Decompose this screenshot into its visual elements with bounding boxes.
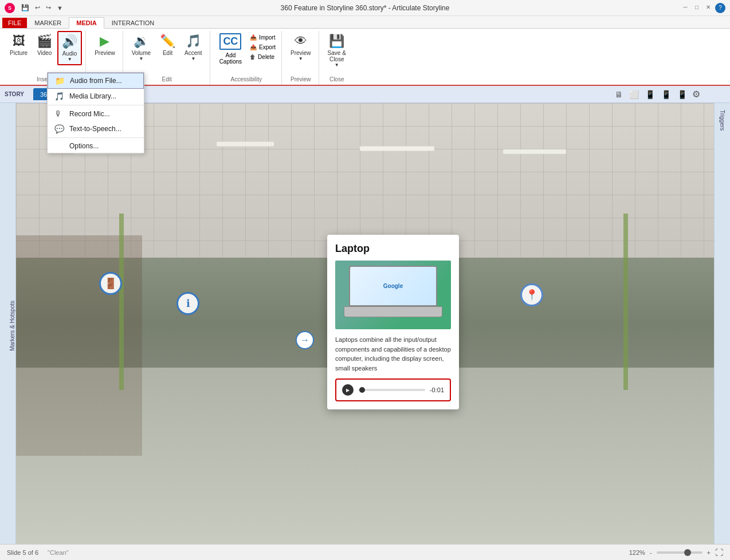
next-arrow-btn[interactable]: → [296, 331, 314, 349]
audio-from-file-item[interactable]: 📁 Audio from File... [48, 73, 144, 89]
play-button[interactable]: ▶ [342, 384, 354, 396]
captions-label: AddCaptions [219, 52, 242, 65]
captions-icon: CC [219, 33, 241, 50]
media-library-item[interactable]: 🎵 Media Library... [48, 89, 144, 104]
phone2-view-btn[interactable]: 📱 [675, 89, 689, 100]
undo-btn[interactable]: ↩ [33, 3, 42, 12]
accent-btn[interactable]: 🎵 Accent ▼ [180, 31, 206, 64]
story-nav: STORY [5, 91, 24, 97]
record-mic-label: Record Mic... [69, 110, 110, 118]
clean-badge: "Clean" [48, 549, 69, 556]
audio-dropdown-arrow: ▼ [68, 57, 72, 62]
phone-view-btn[interactable]: 📱 [659, 89, 673, 100]
ribbon-group-preview2: 👁 Preview ▼ Preview [283, 31, 319, 85]
preview2-btn[interactable]: 👁 Preview ▼ [286, 31, 315, 64]
minimize-btn[interactable]: ─ [681, 3, 690, 12]
audio-dropdown-menu: 📁 Audio from File... 🎵 Media Library... … [47, 72, 144, 153]
picture-btn[interactable]: 🖼 Picture [6, 31, 32, 59]
edit1-label: Edit [162, 75, 172, 85]
volume-icon: 🔉 [134, 34, 149, 49]
edit-audio-btn[interactable]: ✏️ Edit [156, 31, 179, 59]
tab-file[interactable]: FILE [2, 18, 27, 28]
audio-icon: 🔊 [62, 34, 77, 49]
close-group-label: Close [329, 75, 344, 85]
canvas-area: 🚪 ℹ 📍 → Laptop Google [16, 103, 714, 544]
redo-btn[interactable]: ↪ [44, 3, 53, 12]
main-area: Markers & Hotspots [0, 103, 730, 544]
qa-dropdown-btn[interactable]: ▼ [55, 4, 65, 12]
laptop-image-content: Google [344, 266, 442, 324]
export-label: Export [259, 44, 276, 50]
desktop-view-btn[interactable]: 🖥 [613, 89, 625, 100]
preview-btn[interactable]: ▶ Preview [91, 31, 119, 59]
title-bar: S 💾 ↩ ↪ ▼ 360 Feature in Storyline 360.s… [0, 0, 730, 16]
accessibility-btns: 📥 Import 📤 Export 🗑 Delete [248, 31, 278, 61]
video-btn[interactable]: 🎬 Video [33, 31, 56, 59]
status-left: Slide 5 of 6 "Clean" [7, 549, 69, 556]
edit-label: Edit [163, 50, 172, 56]
tts-label: Text-to-Speech... [69, 125, 121, 133]
import-icon: 📥 [250, 34, 257, 41]
popup-image: Google [335, 261, 451, 329]
save-close-icon: 💾 [329, 34, 344, 49]
left-sidebar[interactable]: Markers & Hotspots [0, 103, 16, 544]
save-close-btn[interactable]: 💾 Save &Close ▼ [324, 31, 350, 70]
media-library-icon: 🎵 [54, 92, 65, 101]
audio-file-label: Audio from File... [70, 77, 122, 85]
zoom-plus-btn[interactable]: + [707, 549, 711, 556]
app-logo: S [5, 3, 15, 13]
preview-icon: ▶ [100, 34, 109, 49]
close-btn[interactable]: ✕ [704, 3, 713, 12]
preview2-icon: 👁 [295, 34, 307, 49]
import-btn[interactable]: 📥 Import [248, 33, 278, 42]
delete-btn[interactable]: 🗑 Delete [248, 53, 278, 61]
hotspot-location[interactable]: 📍 [520, 283, 543, 306]
tablet-view-btn[interactable]: 📱 [643, 89, 657, 100]
insert-group-items: 🖼 Picture 🎬 Video 🔊 Audio ▼ [6, 31, 82, 75]
green-divider1 [119, 214, 124, 390]
right-sidebar[interactable]: Triggers [714, 103, 730, 544]
settings-btn[interactable]: ⚙ [691, 88, 701, 101]
help-btn[interactable]: ? [715, 3, 725, 13]
add-captions-btn[interactable]: CC AddCaptions [215, 31, 246, 67]
ribbon-group-close: 💾 Save &Close ▼ Close [320, 31, 354, 85]
story-label: STORY [5, 91, 24, 97]
hotspot-door[interactable]: 🚪 [99, 272, 122, 295]
zoom-level: 122% [629, 549, 645, 556]
volume-btn[interactable]: 🔉 Volume ▼ [128, 31, 155, 64]
audio-progress-bar[interactable] [358, 389, 425, 391]
maximize-btn[interactable]: □ [692, 3, 701, 12]
fit-window-btn[interactable]: ⛶ [715, 548, 723, 557]
hotspot-info[interactable]: ℹ [176, 292, 199, 315]
record-mic-item[interactable]: 🎙 Record Mic... [48, 107, 144, 121]
text-to-speech-item[interactable]: 💬 Text-to-Speech... [48, 121, 144, 136]
delete-label: Delete [258, 54, 274, 60]
picture-icon: 🖼 [13, 34, 25, 49]
window-controls: ─ □ ✕ ? [681, 3, 725, 13]
zoom-thumb[interactable] [684, 549, 691, 556]
window-view-btn[interactable]: ⬜ [627, 89, 641, 100]
close-items: 💾 Save &Close ▼ [324, 31, 350, 75]
tab-interaction[interactable]: INTERACTION [104, 17, 162, 28]
tts-icon: 💬 [54, 124, 65, 133]
audio-time: -0:01 [430, 387, 444, 393]
audio-btn[interactable]: 🔊 Audio ▼ [57, 31, 82, 65]
preview2-items: 👁 Preview ▼ [286, 31, 315, 75]
laptop-screen: Google [349, 266, 438, 306]
accent-arrow: ▼ [191, 56, 195, 61]
popup-title: Laptop [335, 243, 451, 255]
options-label: Options... [69, 142, 99, 150]
save-qa-btn[interactable]: 💾 [19, 3, 31, 12]
zoom-slider[interactable] [657, 551, 702, 554]
slide-info: Slide 5 of 6 [7, 549, 38, 556]
tab-marker[interactable]: MARKER [27, 17, 69, 28]
markers-hotspots-label: Markers & Hotspots [9, 298, 15, 353]
volume-label: Volume [132, 50, 151, 56]
title-bar-left: S 💾 ↩ ↪ ▼ [5, 3, 65, 13]
svg-rect-2 [217, 141, 274, 146]
options-item[interactable]: Options... [48, 139, 144, 153]
tab-media[interactable]: MEDIA [69, 17, 104, 29]
zoom-minus-btn[interactable]: - [650, 549, 652, 556]
export-btn[interactable]: 📤 Export [248, 43, 278, 52]
window-title: 360 Feature in Storyline 360.story* - Ar… [281, 4, 450, 12]
